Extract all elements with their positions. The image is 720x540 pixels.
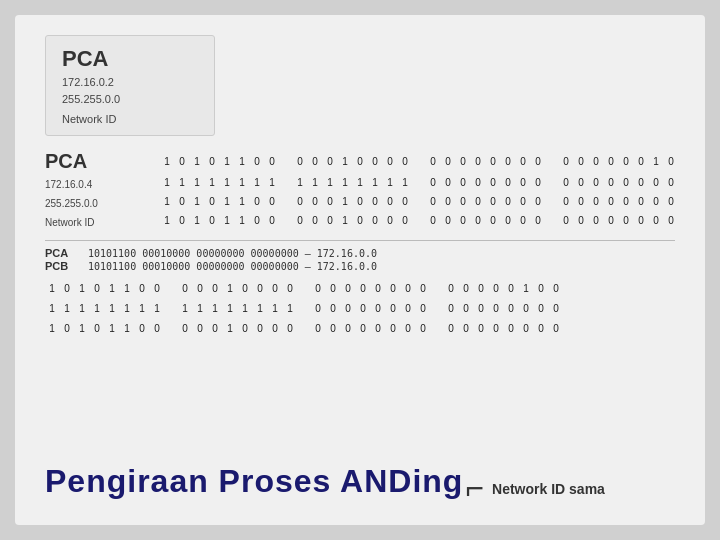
main-bit-area: PCA 10101100000100000000000000000010 172… — [45, 150, 675, 230]
row-pca: PCA 10101100000100000000000000000010 — [45, 150, 675, 173]
pca-row: PCA 10101100 00010000 00000000 00000000 … — [45, 247, 675, 259]
footer: Pengiraan Proses ANDing ⌐ Network ID sam… — [15, 456, 705, 507]
pcb-name: PCB — [45, 260, 80, 272]
pca-binary: 10101100 00010000 00000000 00000000 – 17… — [88, 248, 377, 259]
bits-mask: 10101100000100000000000000000000 — [160, 193, 678, 211]
top-title: PCA — [62, 46, 198, 72]
ip2: 255.255.0.0 — [62, 91, 198, 108]
bottom-section: PCA 10101100 00010000 00000000 00000000 … — [45, 240, 675, 338]
bottom-row-1: 11111111111111110000000000000000 — [45, 300, 675, 318]
bottom-row-2: 10101100000100000000000000000000 — [45, 320, 675, 338]
network-id-label-top: Network ID — [62, 113, 198, 125]
pca-main-label: PCA — [45, 150, 87, 172]
bits-pca: 10101100000100000000000000000010 — [160, 153, 678, 171]
slide: PCA 172.16.0.2 255.255.0.0 Network ID PC… — [15, 15, 705, 525]
row-mask: 255.255.0.0 1010110000010000000000000000… — [45, 193, 675, 211]
row-ip4: 172.16.0.4 11111111111111110000000000000… — [45, 174, 675, 192]
bottom-bit-rows: 1010110000010000000000000000010011111111… — [45, 280, 675, 338]
ip1: 172.16.0.2 — [62, 74, 198, 91]
pca-pcb-labels: PCA 10101100 00010000 00000000 00000000 … — [45, 247, 675, 272]
bracket-icon: ⌐ — [465, 470, 484, 507]
pca-name: PCA — [45, 247, 80, 259]
mask-label: 255.255.0.0 — [45, 198, 98, 209]
footer-title: Pengiraan Proses ANDing — [45, 463, 463, 500]
bits-ip4: 11111111111111110000000000000000 — [160, 174, 678, 192]
bits-netid: 10101100000100000000000000000000 — [160, 212, 678, 230]
label-pca: PCA — [45, 150, 160, 173]
label-netid: Network ID — [45, 212, 160, 230]
top-box: PCA 172.16.0.2 255.255.0.0 Network ID — [45, 35, 215, 136]
footer-network-id: Network ID sama — [492, 481, 605, 497]
pcb-row: PCB 10101100 00010000 00000000 00000000 … — [45, 260, 675, 272]
label-ip4: 172.16.0.4 — [45, 174, 160, 192]
label-mask: 255.255.0.0 — [45, 193, 160, 211]
pcb-binary: 10101100 00010000 00000000 00000000 – 17… — [88, 261, 377, 272]
row-netid: Network ID 10101100000100000000000000000… — [45, 212, 675, 230]
bottom-row-0: 10101100000100000000000000000100 — [45, 280, 675, 298]
ip4-label: 172.16.0.4 — [45, 179, 92, 190]
netid-label: Network ID — [45, 217, 94, 228]
